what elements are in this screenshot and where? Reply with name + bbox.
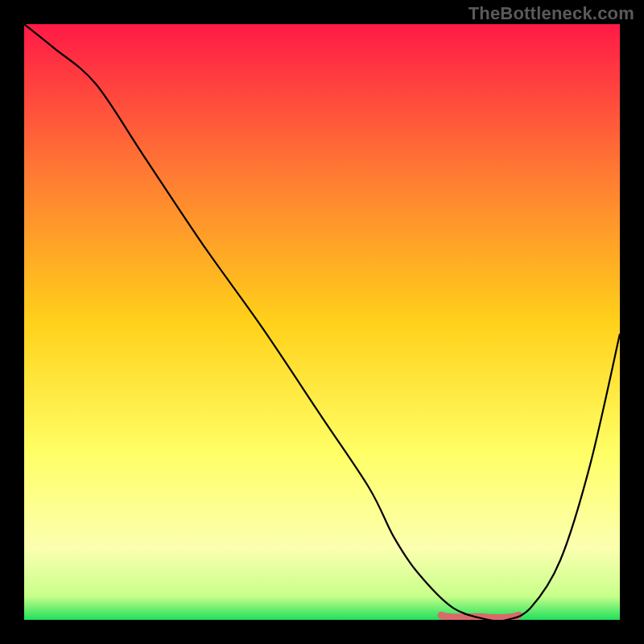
chart-svg: [24, 24, 620, 620]
plot-area: [24, 24, 620, 620]
gradient-background: [24, 24, 620, 620]
chart-root: TheBottleneck.com: [0, 0, 644, 644]
watermark-text: TheBottleneck.com: [469, 3, 634, 24]
